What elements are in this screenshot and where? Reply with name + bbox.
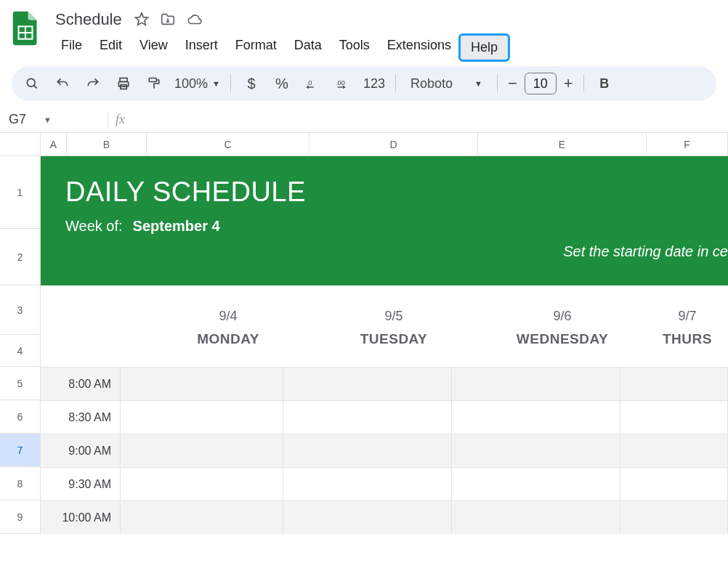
menu-edit[interactable]: Edit	[91, 33, 131, 62]
cell[interactable]	[620, 400, 728, 434]
day-date: 9/7	[678, 309, 696, 324]
menu-tools[interactable]: Tools	[331, 33, 379, 62]
row-header-8[interactable]: 8	[0, 467, 41, 500]
banner-title: DAILY SCHEDULE	[65, 177, 728, 208]
zoom-dropdown[interactable]: 100%▼	[174, 72, 220, 95]
time-row: 8:00 AM	[41, 367, 728, 400]
cell[interactable]	[283, 367, 452, 400]
redo-icon[interactable]	[83, 72, 103, 95]
day-name: WEDNESDAY	[517, 331, 608, 347]
col-header-B[interactable]: B	[67, 133, 147, 156]
cell[interactable]	[121, 434, 283, 467]
print-icon[interactable]	[113, 72, 134, 95]
search-icon[interactable]	[22, 72, 42, 95]
menu-extensions[interactable]: Extensions	[379, 33, 460, 62]
menu-view[interactable]: View	[131, 33, 177, 62]
day-column-wednesday: 9/6WEDNESDAY	[478, 309, 647, 347]
svg-point-3	[27, 78, 35, 86]
number-format-button[interactable]: 123	[363, 72, 385, 95]
cell[interactable]	[283, 500, 452, 534]
sheets-logo[interactable]	[12, 6, 44, 46]
cell[interactable]	[452, 367, 620, 400]
time-label[interactable]: 9:00 AM	[41, 434, 121, 467]
separator	[230, 75, 231, 92]
increase-font-button[interactable]: +	[564, 74, 573, 93]
cell[interactable]	[121, 400, 283, 434]
fx-icon: fx	[116, 112, 125, 127]
cell[interactable]	[452, 434, 620, 467]
col-header-E[interactable]: E	[478, 133, 647, 156]
font-dropdown[interactable]: Roboto▼	[406, 72, 487, 95]
row-header-4[interactable]: 4	[0, 335, 41, 367]
menu-format[interactable]: Format	[227, 33, 286, 62]
row-header-7[interactable]: 7	[0, 434, 41, 467]
toolbar: 100%▼ $ % .0 .00 123 Roboto▼ − 10 + B	[12, 66, 716, 101]
font-size-input[interactable]: 10	[525, 73, 557, 94]
cell[interactable]	[620, 500, 728, 534]
select-all-corner[interactable]	[0, 133, 41, 156]
increase-decimal-button[interactable]: .00	[333, 72, 353, 95]
menu-help[interactable]: Help	[458, 33, 510, 62]
star-icon[interactable]	[134, 12, 150, 28]
row-header-3[interactable]: 3	[0, 285, 41, 335]
day-date: 9/6	[553, 309, 571, 324]
cell[interactable]	[452, 400, 620, 434]
decrease-decimal-button[interactable]: .0	[302, 72, 323, 95]
time-label[interactable]: 8:30 AM	[41, 400, 121, 434]
row-header-5[interactable]: 5	[0, 367, 41, 400]
svg-rect-8	[149, 78, 156, 82]
svg-text:.00: .00	[336, 79, 345, 86]
separator	[583, 75, 584, 92]
cell[interactable]	[452, 500, 620, 534]
svg-line-4	[34, 86, 37, 89]
percent-button[interactable]: %	[272, 72, 292, 95]
week-date[interactable]: September 4	[133, 218, 220, 235]
day-column-monday: 9/4MONDAY	[147, 309, 310, 347]
row-header-2[interactable]: 2	[0, 229, 41, 285]
time-label[interactable]: 8:00 AM	[41, 367, 121, 400]
cell[interactable]	[121, 367, 283, 400]
cell[interactable]	[283, 434, 452, 467]
separator	[108, 111, 108, 129]
cloud-icon[interactable]	[186, 12, 203, 28]
cell[interactable]	[283, 400, 452, 434]
time-row: 8:30 AM	[41, 400, 728, 434]
paint-format-icon[interactable]	[144, 72, 164, 95]
col-header-F[interactable]: F	[647, 133, 728, 156]
day-date: 9/4	[219, 309, 237, 324]
menu-insert[interactable]: Insert	[177, 33, 227, 62]
menu-file[interactable]: File	[52, 33, 91, 62]
separator	[395, 75, 396, 92]
decrease-font-button[interactable]: −	[508, 74, 517, 93]
row-header-1[interactable]: 1	[0, 156, 41, 229]
col-header-D[interactable]: D	[310, 133, 478, 156]
col-header-A[interactable]: A	[41, 133, 67, 156]
time-label[interactable]: 9:30 AM	[41, 467, 121, 500]
cell[interactable]	[620, 367, 728, 400]
cell[interactable]	[121, 500, 283, 534]
col-header-C[interactable]: C	[147, 133, 310, 156]
day-date: 9/5	[384, 309, 403, 324]
day-name: TUESDAY	[360, 331, 428, 347]
cell[interactable]	[452, 467, 620, 500]
bold-button[interactable]: B	[594, 72, 615, 95]
undo-icon[interactable]	[52, 72, 73, 95]
cell[interactable]	[283, 467, 452, 500]
move-icon[interactable]	[160, 12, 176, 28]
cell[interactable]	[620, 467, 728, 500]
row-header-6[interactable]: 6	[0, 400, 41, 434]
separator	[497, 75, 498, 92]
time-row: 9:30 AM	[41, 467, 728, 500]
cell[interactable]	[620, 434, 728, 467]
time-label[interactable]: 10:00 AM	[41, 500, 121, 534]
row-header-9[interactable]: 9	[0, 500, 41, 534]
name-box[interactable]: G7▼	[6, 112, 100, 127]
menu-data[interactable]: Data	[286, 33, 331, 62]
doc-title[interactable]: Schedule	[52, 9, 125, 31]
day-column-tuesday: 9/5TUESDAY	[310, 309, 478, 347]
week-label: Week of:	[65, 218, 123, 235]
time-row: 9:00 AM	[41, 434, 728, 467]
currency-button[interactable]: $	[241, 72, 262, 95]
formula-bar[interactable]	[132, 113, 722, 126]
cell[interactable]	[121, 467, 283, 500]
